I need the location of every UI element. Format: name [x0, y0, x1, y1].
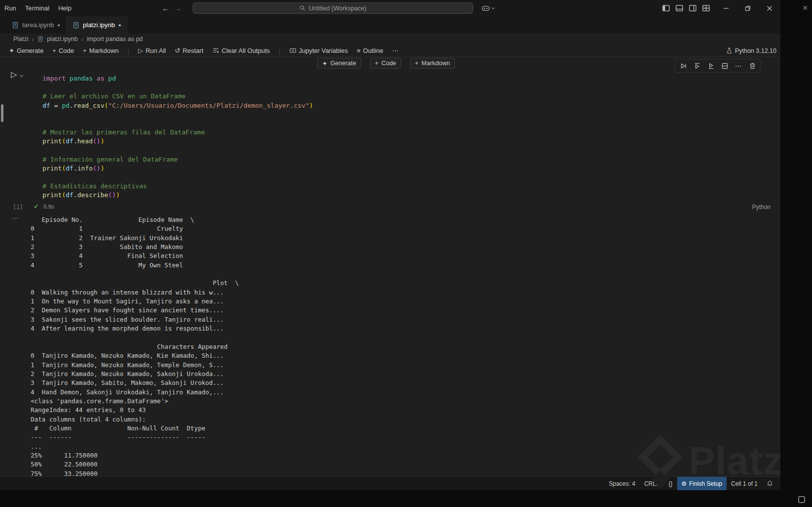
status-indentation[interactable]: Spaces: 4: [605, 477, 640, 490]
output-line: 3 Tanjiro Kamado, Sabito, Makomo, Sakonj…: [31, 379, 239, 388]
breadcrumb-symbol[interactable]: import pandas as pd: [87, 36, 143, 42]
insert-markdown-cell-button[interactable]: + Markdown: [410, 58, 455, 69]
code-line: [42, 111, 313, 120]
output-line: Plot \: [31, 279, 239, 288]
toggle-panel-icon[interactable]: [675, 4, 684, 13]
status-eol[interactable]: CRLF: [640, 477, 664, 490]
output-line: 0 Tanjiro Kamado, Nezuko Kamado, Kie Kam…: [31, 352, 239, 361]
gear-icon: ⚙: [682, 480, 687, 487]
kernel-picker[interactable]: Python 3.12.10: [726, 44, 776, 57]
toolbar-more-button[interactable]: ⋯: [392, 47, 399, 54]
output-line: 75% 33.250000: [31, 470, 239, 479]
output-line: 2 Tanjiro Kamado, Nezuko Kamado, Sakonji…: [31, 370, 239, 379]
background-window-close-icon: ✕: [802, 4, 808, 12]
notifications-bell-icon[interactable]: [762, 477, 777, 490]
add-markdown-cell-button[interactable]: + Markdown: [83, 47, 119, 54]
layout-controls: [661, 0, 710, 16]
toggle-primary-sidebar-icon[interactable]: [661, 4, 670, 13]
modified-dot-icon[interactable]: ●: [119, 23, 121, 28]
chevron-right-icon: ›: [32, 36, 34, 43]
tab-bar: tarea.ipynb ● platzi.ipynb ● ⚙ ⋯: [0, 16, 780, 34]
output-line: 50% 22.500000: [31, 461, 239, 469]
modified-dot-icon[interactable]: ●: [57, 23, 60, 28]
cell-language-picker[interactable]: Python: [752, 204, 771, 211]
run-by-line-icon[interactable]: [677, 60, 689, 71]
run-all-icon: ▷: [138, 47, 143, 54]
menu-help[interactable]: Help: [54, 2, 76, 14]
plus-icon: +: [375, 60, 378, 67]
tab-platzi-ipynb[interactable]: platzi.ipynb ●: [67, 16, 127, 34]
output-line: 0 1 Cruelty: [31, 225, 239, 234]
forward-arrow-icon[interactable]: →: [174, 4, 182, 12]
output-line: 1 2 Trainer Sakonji Urokodaki: [31, 234, 239, 243]
command-center[interactable]: Untitled (Workspace): [193, 2, 473, 14]
toolbar-separator: |: [279, 47, 280, 54]
workspace-title: Untitled (Workspace): [309, 5, 366, 12]
jupyter-variables-button[interactable]: Jupyter Variables: [289, 47, 348, 54]
clear-all-outputs-button[interactable]: Clear All Outputs: [212, 47, 270, 54]
code-line: [42, 147, 313, 156]
code-line: [42, 84, 313, 92]
code-line: # Información general del DataFrame: [42, 156, 313, 165]
code-cell-editor[interactable]: import pandas as pd # Leer el archivo CS…: [42, 75, 313, 201]
restart-kernel-button[interactable]: ↺ Restart: [175, 47, 203, 54]
code-line: [42, 173, 313, 182]
output-line: 2 Demon Slayers have fought since ancien…: [31, 306, 239, 315]
cell-status-bar: [1] ✓ 0.9s Python: [0, 202, 780, 212]
notebook-icon: [73, 22, 80, 29]
run-cell-button[interactable]: ▷: [11, 70, 17, 79]
delete-cell-icon[interactable]: [746, 60, 758, 71]
finish-setup-button[interactable]: ⚙ Finish Setup: [677, 477, 727, 490]
output-line: 4 After learning the morphed demon is re…: [31, 325, 239, 334]
customize-layout-icon[interactable]: [701, 4, 710, 13]
menu-terminal[interactable]: Terminal: [21, 2, 54, 14]
insert-code-cell-button[interactable]: + Code: [370, 58, 401, 69]
execution-count: [1]: [13, 204, 23, 211]
restore-button[interactable]: [737, 0, 759, 16]
minimize-button[interactable]: [715, 0, 737, 16]
cell-output[interactable]: Episode No. Episode Name \0 1 Cruelty1 2…: [31, 216, 239, 479]
clear-all-icon: [212, 47, 219, 54]
sparkle-icon: ✦: [322, 60, 327, 67]
output-line: 3 Sakonji sees the sliced boulder. Tanji…: [31, 316, 239, 325]
execute-below-icon[interactable]: [705, 60, 717, 71]
breadcrumb-file[interactable]: platzi.ipynb: [47, 36, 78, 42]
output-line: Episode No. Episode Name \: [31, 216, 239, 225]
run-all-button[interactable]: ▷ Run All: [138, 47, 166, 54]
tab-label: tarea.ipynb: [22, 21, 54, 29]
cell-more-actions-icon[interactable]: ⋯: [732, 60, 744, 71]
outline-icon: ≡: [357, 47, 361, 54]
copilot-menu[interactable]: [479, 2, 497, 14]
menu-run[interactable]: Run: [0, 2, 21, 14]
status-cell-position[interactable]: Cell 1 of 1: [727, 477, 762, 490]
restart-icon: ↺: [175, 47, 180, 54]
breadcrumb-folder[interactable]: Platzi: [13, 36, 29, 42]
split-cell-icon[interactable]: [719, 60, 731, 71]
outline-button[interactable]: ≡ Outline: [357, 47, 383, 54]
vscode-window: Run Terminal Help ← → Untitled (Workspac…: [0, 0, 780, 490]
output-line: Data columns (total 4 columns):: [31, 416, 239, 424]
output-line: <class 'pandas.core.frame.DataFrame'>: [31, 397, 239, 406]
execute-above-icon[interactable]: [691, 60, 703, 71]
tab-tarea-ipynb[interactable]: tarea.ipynb ●: [6, 16, 67, 34]
variables-icon: [289, 47, 296, 54]
back-arrow-icon[interactable]: ←: [162, 4, 169, 12]
code-line: import pandas as pd: [42, 75, 313, 84]
add-code-cell-button[interactable]: + Code: [52, 47, 74, 54]
status-language-braces[interactable]: {}: [664, 477, 677, 490]
notebook-icon: [38, 36, 43, 42]
cell-toolbar: ⋯: [675, 59, 761, 73]
toggle-secondary-sidebar-icon[interactable]: [688, 4, 697, 13]
code-line: print(df.describe()): [42, 191, 313, 200]
insert-generate-button[interactable]: ✦ Generate: [317, 58, 361, 69]
output-line: # Column Non-Null Count Dtype: [31, 424, 239, 433]
chevron-down-icon: [491, 5, 495, 9]
scroll-indicator[interactable]: [1, 104, 3, 122]
run-cell-dropdown-icon[interactable]: [20, 74, 23, 77]
code-line: # Leer el archivo CSV en un DataFrame: [42, 92, 313, 101]
breadcrumb: Platzi › platzi.ipynb › import pandas as…: [0, 34, 780, 44]
generate-button[interactable]: ✦ Generate: [9, 47, 43, 54]
collapse-output-icon[interactable]: ⋯: [12, 214, 19, 222]
close-button[interactable]: [759, 0, 780, 16]
output-line: [31, 270, 239, 279]
